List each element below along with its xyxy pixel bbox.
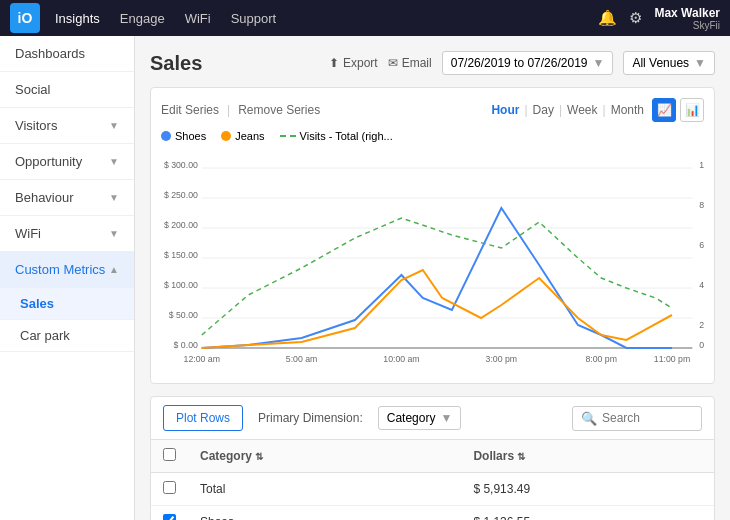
svg-text:$ 250.00: $ 250.00	[164, 190, 198, 200]
time-btn-month[interactable]: Month	[611, 103, 644, 117]
email-label: Email	[402, 56, 432, 70]
sidebar-item-dashboards[interactable]: Dashboards	[0, 36, 134, 72]
table-row: Shoes $ 1,136.55	[151, 506, 714, 521]
divider: |	[524, 103, 527, 117]
legend-label-jeans: Jeans	[235, 130, 264, 142]
time-btn-day[interactable]: Day	[533, 103, 554, 117]
notification-icon[interactable]: 🔔	[598, 9, 617, 27]
sidebar-item-social[interactable]: Social	[0, 72, 134, 108]
table-toolbar: Plot Rows Primary Dimension: Category ▼ …	[151, 397, 714, 440]
export-label: Export	[343, 56, 378, 70]
svg-text:8:00 pm: 8:00 pm	[585, 354, 617, 364]
export-button[interactable]: ⬆ Export	[329, 56, 378, 70]
email-button[interactable]: ✉ Email	[388, 56, 432, 70]
legend-dash-visits	[280, 135, 296, 137]
user-org: SkyFii	[693, 20, 720, 31]
sidebar-label-opportunity: Opportunity	[15, 154, 82, 169]
time-controls: Hour | Day | Week | Month	[491, 103, 644, 117]
top-nav-right: 🔔 ⚙ Max Walker SkyFii	[598, 6, 720, 31]
main-content: Sales ⬆ Export ✉ Email 07/26/2019 to 07/…	[135, 36, 730, 520]
divider: |	[603, 103, 606, 117]
primary-dimension-label: Primary Dimension:	[258, 411, 363, 425]
svg-text:0: 0	[699, 340, 704, 350]
top-nav: iO Insights Engage WiFi Support 🔔 ⚙ Max …	[0, 0, 730, 36]
svg-text:$ 50.00: $ 50.00	[169, 310, 198, 320]
legend-visits: Visits - Total (righ...	[280, 130, 393, 142]
legend-shoes: Shoes	[161, 130, 206, 142]
sidebar-item-opportunity[interactable]: Opportunity ▼	[0, 144, 134, 180]
nav-links: Insights Engage WiFi Support	[55, 11, 598, 26]
sidebar-item-wifi[interactable]: WiFi ▼	[0, 216, 134, 252]
export-icon: ⬆	[329, 56, 339, 70]
chevron-down-icon: ▼	[593, 56, 605, 70]
th-category-label: Category	[200, 449, 252, 463]
chevron-down-icon: ▼	[440, 411, 452, 425]
chart-area: $ 300.00 $ 250.00 $ 200.00 $ 150.00 $ 10…	[161, 150, 704, 373]
row-category-total: Total	[188, 473, 461, 506]
sidebar-item-custom-metrics[interactable]: Custom Metrics ▲	[0, 252, 134, 288]
row-dollars-shoes: $ 1,136.55	[461, 506, 714, 521]
chart-type-btns: 📈 📊	[652, 98, 704, 122]
venue-value: All Venues	[632, 56, 689, 70]
date-range-value: 07/26/2019 to 07/26/2019	[451, 56, 588, 70]
svg-text:$ 100.00: $ 100.00	[164, 280, 198, 290]
sidebar-sub-item-car-park[interactable]: Car park	[0, 320, 134, 352]
sidebar-label-wifi: WiFi	[15, 226, 41, 241]
sidebar-label-social: Social	[15, 82, 50, 97]
divider: |	[559, 103, 562, 117]
nav-wifi[interactable]: WiFi	[185, 11, 211, 26]
svg-text:5:00 am: 5:00 am	[286, 354, 318, 364]
legend-label-visits: Visits - Total (righ...	[300, 130, 393, 142]
svg-text:20: 20	[699, 320, 704, 330]
app-logo: iO	[10, 3, 40, 33]
venue-select[interactable]: All Venues ▼	[623, 51, 715, 75]
th-dollars[interactable]: Dollars ⇅	[461, 440, 714, 473]
sidebar-item-behaviour[interactable]: Behaviour ▼	[0, 180, 134, 216]
select-all-checkbox[interactable]	[163, 448, 176, 461]
user-info: Max Walker SkyFii	[654, 6, 720, 31]
edit-series-link[interactable]: Edit Series	[161, 103, 219, 117]
remove-series-link[interactable]: Remove Series	[238, 103, 320, 117]
chevron-down-icon: ▼	[109, 120, 119, 131]
date-range-select[interactable]: 07/26/2019 to 07/26/2019 ▼	[442, 51, 614, 75]
search-box: 🔍	[572, 406, 702, 431]
th-category[interactable]: Category ⇅	[188, 440, 461, 473]
chevron-up-icon: ▲	[109, 264, 119, 275]
nav-insights[interactable]: Insights	[55, 11, 100, 26]
page-title: Sales	[150, 52, 202, 75]
sidebar-label-visitors: Visitors	[15, 118, 57, 133]
svg-text:3:00 pm: 3:00 pm	[486, 354, 518, 364]
time-btn-hour[interactable]: Hour	[491, 103, 519, 117]
time-btn-week[interactable]: Week	[567, 103, 597, 117]
page-header: Sales ⬆ Export ✉ Email 07/26/2019 to 07/…	[150, 51, 715, 75]
row-select-shoes[interactable]	[163, 514, 176, 520]
search-input[interactable]	[602, 411, 693, 425]
svg-text:$ 200.00: $ 200.00	[164, 220, 198, 230]
legend-label-shoes: Shoes	[175, 130, 206, 142]
svg-text:40: 40	[699, 280, 704, 290]
th-dollars-label: Dollars	[473, 449, 514, 463]
row-checkbox-total	[151, 473, 188, 506]
svg-text:$ 150.00: $ 150.00	[164, 250, 198, 260]
sidebar: Dashboards Social Visitors ▼ Opportunity…	[0, 36, 135, 520]
sidebar-item-visitors[interactable]: Visitors ▼	[0, 108, 134, 144]
plot-rows-button[interactable]: Plot Rows	[163, 405, 243, 431]
table-row: Total $ 5,913.49	[151, 473, 714, 506]
svg-text:$ 300.00: $ 300.00	[164, 160, 198, 170]
th-checkbox	[151, 440, 188, 473]
row-select-total[interactable]	[163, 481, 176, 494]
chevron-down-icon: ▼	[694, 56, 706, 70]
nav-support[interactable]: Support	[231, 11, 277, 26]
sort-icon: ⇅	[517, 451, 525, 462]
row-dollars-total: $ 5,913.49	[461, 473, 714, 506]
settings-icon[interactable]: ⚙	[629, 9, 642, 27]
nav-engage[interactable]: Engage	[120, 11, 165, 26]
search-icon: 🔍	[581, 411, 597, 426]
chart-type-bar[interactable]: 📊	[680, 98, 704, 122]
svg-text:12:00 am: 12:00 am	[184, 354, 220, 364]
sidebar-sub-item-sales[interactable]: Sales	[0, 288, 134, 320]
chevron-down-icon: ▼	[109, 228, 119, 239]
chart-controls: Edit Series | Remove Series Hour | Day |…	[161, 98, 704, 122]
dimension-select[interactable]: Category ▼	[378, 406, 462, 430]
chart-type-line[interactable]: 📈	[652, 98, 676, 122]
